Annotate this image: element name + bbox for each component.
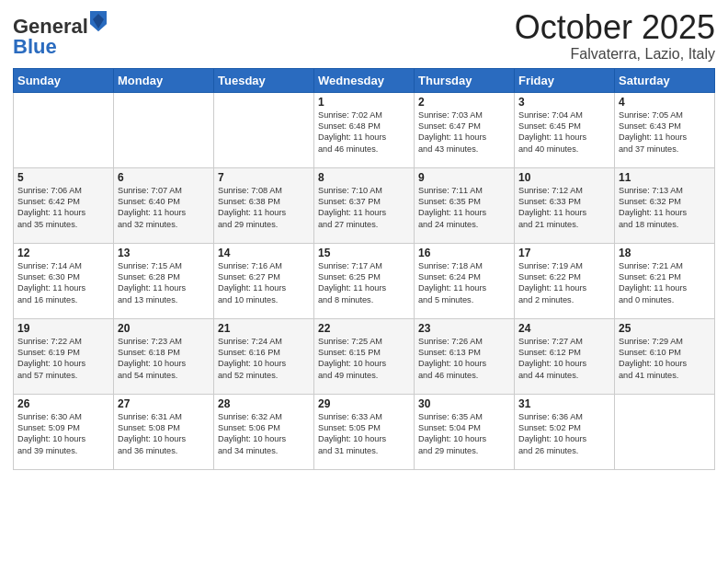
day-cell-1-2: 7Sunrise: 7:08 AM Sunset: 6:38 PM Daylig… [214, 167, 314, 243]
day-info: Sunrise: 7:22 AM Sunset: 6:19 PM Dayligh… [17, 336, 109, 382]
day-cell-1-6: 11Sunrise: 7:13 AM Sunset: 6:32 PM Dayli… [615, 167, 715, 243]
title-block: October 2025 Falvaterra, Lazio, Italy [515, 9, 715, 63]
day-cell-4-3: 29Sunrise: 6:33 AM Sunset: 5:05 PM Dayli… [314, 394, 415, 469]
day-number: 8 [318, 171, 410, 184]
week-row-1: 1Sunrise: 7:02 AM Sunset: 6:48 PM Daylig… [14, 92, 715, 167]
col-sunday: Sunday [14, 68, 114, 92]
day-number: 29 [318, 397, 410, 410]
day-cell-3-4: 23Sunrise: 7:26 AM Sunset: 6:13 PM Dayli… [415, 318, 515, 394]
day-cell-3-3: 22Sunrise: 7:25 AM Sunset: 6:15 PM Dayli… [314, 318, 415, 394]
day-number: 10 [518, 171, 610, 184]
day-info: Sunrise: 7:02 AM Sunset: 6:48 PM Dayligh… [318, 109, 410, 155]
day-number: 14 [218, 247, 310, 259]
day-info: Sunrise: 6:36 AM Sunset: 5:02 PM Dayligh… [518, 411, 610, 457]
day-number: 4 [619, 96, 711, 109]
day-number: 27 [118, 397, 210, 410]
day-number: 22 [318, 322, 410, 335]
day-info: Sunrise: 7:15 AM Sunset: 6:28 PM Dayligh… [118, 260, 210, 306]
day-cell-3-2: 21Sunrise: 7:24 AM Sunset: 6:16 PM Dayli… [214, 318, 314, 394]
day-cell-3-6: 25Sunrise: 7:29 AM Sunset: 6:10 PM Dayli… [615, 318, 715, 394]
day-info: Sunrise: 7:12 AM Sunset: 6:33 PM Dayligh… [518, 185, 610, 231]
day-cell-2-6: 18Sunrise: 7:21 AM Sunset: 6:21 PM Dayli… [615, 243, 715, 318]
day-info: Sunrise: 7:06 AM Sunset: 6:42 PM Dayligh… [17, 185, 109, 231]
day-info: Sunrise: 7:07 AM Sunset: 6:40 PM Dayligh… [118, 185, 210, 231]
logo: General Blue [13, 13, 107, 57]
day-info: Sunrise: 7:16 AM Sunset: 6:27 PM Dayligh… [218, 260, 310, 306]
day-number: 20 [118, 322, 210, 335]
day-cell-0-6: 4Sunrise: 7:05 AM Sunset: 6:43 PM Daylig… [615, 92, 715, 167]
day-info: Sunrise: 7:04 AM Sunset: 6:45 PM Dayligh… [518, 109, 610, 155]
logo-icon [90, 11, 107, 31]
day-info: Sunrise: 7:08 AM Sunset: 6:38 PM Dayligh… [218, 185, 310, 231]
day-number: 17 [518, 247, 610, 259]
day-number: 28 [218, 397, 310, 410]
day-info: Sunrise: 6:35 AM Sunset: 5:04 PM Dayligh… [418, 411, 510, 457]
col-monday: Monday [114, 68, 214, 92]
col-saturday: Saturday [615, 68, 715, 92]
day-cell-3-1: 20Sunrise: 7:23 AM Sunset: 6:18 PM Dayli… [114, 318, 214, 394]
day-info: Sunrise: 6:30 AM Sunset: 5:09 PM Dayligh… [17, 411, 109, 457]
day-cell-0-4: 2Sunrise: 7:03 AM Sunset: 6:47 PM Daylig… [415, 92, 515, 167]
header: General Blue October 2025 Falvaterra, La… [13, 9, 715, 63]
day-info: Sunrise: 7:19 AM Sunset: 6:22 PM Dayligh… [518, 260, 610, 306]
day-info: Sunrise: 7:05 AM Sunset: 6:43 PM Dayligh… [619, 109, 711, 155]
day-info: Sunrise: 7:10 AM Sunset: 6:37 PM Dayligh… [318, 185, 410, 231]
day-cell-4-4: 30Sunrise: 6:35 AM Sunset: 5:04 PM Dayli… [415, 394, 515, 469]
day-info: Sunrise: 6:33 AM Sunset: 5:05 PM Dayligh… [318, 411, 410, 457]
day-number: 6 [118, 171, 210, 184]
day-cell-0-3: 1Sunrise: 7:02 AM Sunset: 6:48 PM Daylig… [314, 92, 415, 167]
day-info: Sunrise: 7:03 AM Sunset: 6:47 PM Dayligh… [418, 109, 510, 155]
day-info: Sunrise: 6:31 AM Sunset: 5:08 PM Dayligh… [118, 411, 210, 457]
day-number: 9 [418, 171, 510, 184]
day-number: 18 [619, 247, 711, 259]
day-cell-1-5: 10Sunrise: 7:12 AM Sunset: 6:33 PM Dayli… [515, 167, 615, 243]
day-cell-2-3: 15Sunrise: 7:17 AM Sunset: 6:25 PM Dayli… [314, 243, 415, 318]
col-friday: Friday [515, 68, 615, 92]
col-thursday: Thursday [415, 68, 515, 92]
day-number: 19 [17, 322, 109, 335]
day-cell-2-2: 14Sunrise: 7:16 AM Sunset: 6:27 PM Dayli… [214, 243, 314, 318]
page: General Blue October 2025 Falvaterra, La… [0, 0, 728, 563]
day-info: Sunrise: 6:32 AM Sunset: 5:06 PM Dayligh… [218, 411, 310, 457]
day-number: 2 [418, 96, 510, 109]
day-number: 3 [518, 96, 610, 109]
day-number: 16 [418, 247, 510, 259]
day-number: 11 [619, 171, 711, 184]
calendar-header-row: Sunday Monday Tuesday Wednesday Thursday… [14, 68, 715, 92]
day-info: Sunrise: 7:18 AM Sunset: 6:24 PM Dayligh… [418, 260, 510, 306]
day-info: Sunrise: 7:14 AM Sunset: 6:30 PM Dayligh… [17, 260, 109, 306]
day-info: Sunrise: 7:17 AM Sunset: 6:25 PM Dayligh… [318, 260, 410, 306]
day-info: Sunrise: 7:23 AM Sunset: 6:18 PM Dayligh… [118, 336, 210, 382]
day-cell-4-6 [615, 394, 715, 469]
calendar: Sunday Monday Tuesday Wednesday Thursday… [13, 68, 715, 470]
day-number: 12 [17, 247, 109, 259]
day-info: Sunrise: 7:25 AM Sunset: 6:15 PM Dayligh… [318, 336, 410, 382]
day-cell-1-0: 5Sunrise: 7:06 AM Sunset: 6:42 PM Daylig… [14, 167, 114, 243]
day-cell-4-2: 28Sunrise: 6:32 AM Sunset: 5:06 PM Dayli… [214, 394, 314, 469]
day-number: 1 [318, 96, 410, 109]
day-cell-4-1: 27Sunrise: 6:31 AM Sunset: 5:08 PM Dayli… [114, 394, 214, 469]
day-number: 5 [17, 171, 109, 184]
day-number: 30 [418, 397, 510, 410]
day-cell-1-3: 8Sunrise: 7:10 AM Sunset: 6:37 PM Daylig… [314, 167, 415, 243]
day-number: 13 [118, 247, 210, 259]
day-cell-0-2 [214, 92, 314, 167]
day-info: Sunrise: 7:27 AM Sunset: 6:12 PM Dayligh… [518, 336, 610, 382]
day-cell-1-4: 9Sunrise: 7:11 AM Sunset: 6:35 PM Daylig… [415, 167, 515, 243]
day-cell-0-5: 3Sunrise: 7:04 AM Sunset: 6:45 PM Daylig… [515, 92, 615, 167]
logo-blue: Blue [13, 35, 57, 58]
day-info: Sunrise: 7:29 AM Sunset: 6:10 PM Dayligh… [619, 336, 711, 382]
day-number: 21 [218, 322, 310, 335]
day-number: 25 [619, 322, 711, 335]
location-title: Falvaterra, Lazio, Italy [515, 46, 715, 63]
day-cell-2-5: 17Sunrise: 7:19 AM Sunset: 6:22 PM Dayli… [515, 243, 615, 318]
day-info: Sunrise: 7:26 AM Sunset: 6:13 PM Dayligh… [418, 336, 510, 382]
day-cell-4-0: 26Sunrise: 6:30 AM Sunset: 5:09 PM Dayli… [14, 394, 114, 469]
day-cell-1-1: 6Sunrise: 7:07 AM Sunset: 6:40 PM Daylig… [114, 167, 214, 243]
day-cell-3-5: 24Sunrise: 7:27 AM Sunset: 6:12 PM Dayli… [515, 318, 615, 394]
day-info: Sunrise: 7:21 AM Sunset: 6:21 PM Dayligh… [619, 260, 711, 306]
week-row-3: 12Sunrise: 7:14 AM Sunset: 6:30 PM Dayli… [14, 243, 715, 318]
day-number: 31 [518, 397, 610, 410]
day-cell-2-0: 12Sunrise: 7:14 AM Sunset: 6:30 PM Dayli… [14, 243, 114, 318]
day-info: Sunrise: 7:11 AM Sunset: 6:35 PM Dayligh… [418, 185, 510, 231]
